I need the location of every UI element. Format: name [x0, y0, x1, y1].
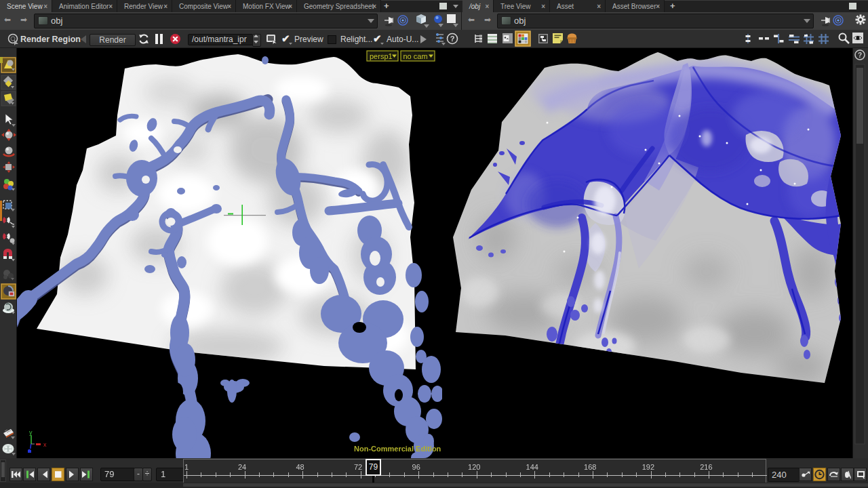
svg-text:no cam: no cam: [403, 52, 428, 60]
svg-text:Non-Commercial Edition: Non-Commercial Edition: [354, 445, 441, 453]
svg-text:x: x: [43, 441, 47, 448]
svg-text:y: y: [29, 429, 33, 436]
svg-text:persp1: persp1: [370, 52, 393, 60]
